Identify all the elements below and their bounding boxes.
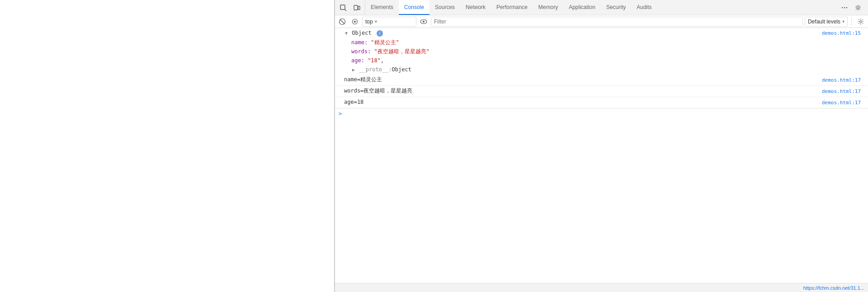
browser-content xyxy=(0,0,335,292)
line-name-source[interactable]: demos.html:17 xyxy=(822,75,868,84)
line-age-text: age=18 xyxy=(344,99,363,105)
devtools-tabs-toolbar: Elements Console Sources Network Perform… xyxy=(335,0,868,15)
prop-age-line: age: "18", xyxy=(335,56,868,65)
console-filter-input[interactable] xyxy=(431,17,803,27)
console-prompt: > xyxy=(339,111,342,117)
line-words-source[interactable]: demos.html:17 xyxy=(822,87,868,96)
devtools-tabs-bar: Elements Console Sources Network Perform… xyxy=(365,0,835,15)
tab-security[interactable]: Security xyxy=(601,0,631,15)
status-url: https://fchm.csdn.net/31.1... xyxy=(803,285,864,291)
context-arrow: ▾ xyxy=(375,19,377,24)
devtools-toolbar-icons xyxy=(335,0,365,15)
tab-elements[interactable]: Elements xyxy=(365,0,399,15)
prop-words-line: words: "夜空越暗，星星越亮" xyxy=(335,47,868,56)
console-settings-button[interactable] xyxy=(855,16,866,27)
tab-overflow-area xyxy=(835,1,868,14)
object-root-content: ▼ Object i xyxy=(344,29,383,37)
default-levels-label: Default levels xyxy=(808,19,840,25)
preserve-log-button[interactable] xyxy=(349,16,360,27)
tab-audits[interactable]: Audits xyxy=(631,0,657,15)
plain-line-words: words=夜空越暗，星星越亮 demos.html:17 xyxy=(335,86,868,97)
tab-performance[interactable]: Performance xyxy=(491,0,533,15)
svg-point-13 xyxy=(423,21,425,23)
plain-line-name: name=精灵公主 demos.html:17 xyxy=(335,74,868,86)
collapse-arrow[interactable]: ▼ xyxy=(344,31,349,36)
svg-point-4 xyxy=(842,7,843,8)
context-value: top xyxy=(365,19,373,25)
context-selector[interactable]: top ▾ xyxy=(362,17,416,27)
tab-console[interactable]: Console xyxy=(399,0,429,15)
object-root-line[interactable]: ▼ Object i demos.html:15 xyxy=(335,28,868,38)
proto-line[interactable]: ▶ __proto__: Object xyxy=(335,65,868,74)
svg-point-14 xyxy=(860,20,862,22)
devtools-settings-button[interactable] xyxy=(852,1,864,14)
line-name-text: name=精灵公主 xyxy=(344,76,382,83)
eye-icon-button[interactable] xyxy=(418,16,429,27)
console-second-toolbar: top ▾ Default levels ▾ xyxy=(335,15,868,28)
more-tabs-button[interactable] xyxy=(838,1,851,14)
prop-name-line: name: "精灵公主" xyxy=(335,38,868,47)
tab-memory[interactable]: Memory xyxy=(533,0,563,15)
object-source-link[interactable]: demos.html:15 xyxy=(822,28,868,37)
svg-rect-0 xyxy=(340,5,345,9)
clear-console-button[interactable] xyxy=(337,16,348,27)
svg-line-9 xyxy=(340,19,344,24)
console-input-line: > xyxy=(335,108,868,118)
default-levels-arrow: ▾ xyxy=(842,19,844,24)
devtools-panel: Elements Console Sources Network Perform… xyxy=(335,0,868,292)
proto-expand-arrow[interactable]: ▶ xyxy=(351,66,356,74)
plain-line-age: age=18 demos.html:17 xyxy=(335,97,868,108)
svg-point-7 xyxy=(857,6,859,9)
tab-network[interactable]: Network xyxy=(460,0,491,15)
object-info-badge: i xyxy=(377,30,383,37)
device-toolbar-button[interactable] xyxy=(350,1,363,14)
toolbar-divider xyxy=(851,18,852,25)
svg-point-5 xyxy=(844,7,845,8)
svg-rect-3 xyxy=(358,6,360,9)
status-bar: https://fchm.csdn.net/31.1... xyxy=(335,283,868,292)
line-age-source[interactable]: demos.html:17 xyxy=(822,98,868,107)
default-levels-selector[interactable]: Default levels ▾ xyxy=(805,17,848,27)
tab-application[interactable]: Application xyxy=(563,0,601,15)
svg-line-1 xyxy=(345,9,346,11)
inspect-element-button[interactable] xyxy=(337,1,349,14)
line-words-text: words=夜空越暗，星星越亮 xyxy=(344,88,412,94)
console-output-area: ▼ Object i demos.html:15 name: "精灵公主" wo… xyxy=(335,28,868,283)
svg-point-6 xyxy=(846,7,847,8)
svg-rect-2 xyxy=(354,5,358,10)
svg-point-11 xyxy=(354,21,356,23)
tab-sources[interactable]: Sources xyxy=(429,0,460,15)
